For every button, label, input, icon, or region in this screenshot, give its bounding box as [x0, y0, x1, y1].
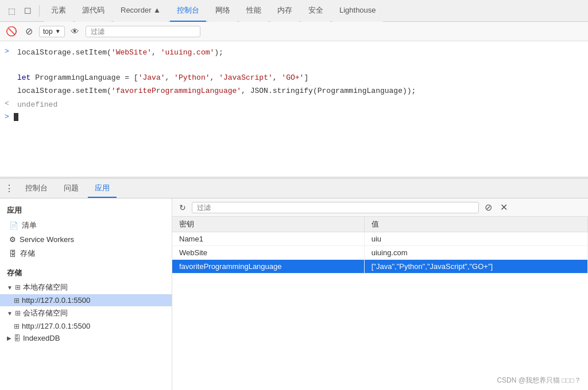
- block-storage-icon[interactable]: ⊘: [482, 201, 494, 214]
- tab-memory[interactable]: 内存: [270, 0, 299, 22]
- console-undefined: undefined: [17, 99, 583, 111]
- serviceworkers-label: Service Workers: [20, 235, 74, 244]
- tab-lighthouse[interactable]: Lighthouse: [332, 0, 383, 22]
- tab-sources[interactable]: 源代码: [75, 0, 111, 22]
- table-cell-value: uiuing.com: [364, 246, 587, 260]
- close-storage-icon[interactable]: ✕: [498, 201, 510, 214]
- indexed-db-label: IndexedDB: [23, 334, 60, 342]
- tab-issues[interactable]: 问题: [57, 180, 86, 198]
- serviceworkers-icon: ⚙: [9, 235, 16, 244]
- tab-performance[interactable]: 性能: [239, 0, 268, 22]
- cursor-icon[interactable]: ⬚: [5, 4, 18, 18]
- console-code-1: localStorage.setItem('WebSite', 'uiuing.…: [17, 47, 583, 58]
- table-cell-value: uiu: [364, 232, 587, 246]
- table-row[interactable]: WebSiteuiuing.com: [172, 246, 588, 260]
- bottom-content: 应用 📄 清单 ⚙ Service Workers 🗄 存储 存储 ▼ ⊞ 本地…: [0, 198, 588, 390]
- block-icon[interactable]: ⊘: [22, 25, 36, 38]
- right-panel: ↻ ⊘ ✕ 密钥 值 Name1uiuWebSiteuiuing.comfavo…: [172, 198, 588, 390]
- sidebar-item-serviceworkers[interactable]: ⚙ Service Workers: [0, 233, 172, 246]
- cursor-blink: [14, 113, 18, 121]
- table-cell-key: WebSite: [172, 246, 364, 260]
- sidebar-item-manifest[interactable]: 📄 清单: [0, 218, 172, 233]
- local-storage-icon: ⊞: [15, 283, 21, 291]
- session-storage-child-label-1: http://127.0.0.1:5500: [22, 322, 90, 330]
- right-filter-input[interactable]: [192, 202, 479, 213]
- table-cell-value: ["Java","Python","JavaScript","GO+"]: [364, 260, 587, 274]
- bottom-tabs: ⋮ 控制台 问题 应用: [0, 179, 588, 198]
- manifest-icon: 📄: [9, 221, 18, 230]
- console-line-3: > localStorage.setItem('favoriteProgramm…: [0, 84, 588, 98]
- session-storage-child-1[interactable]: ⊞ http://127.0.0.1:5500: [0, 320, 172, 332]
- tab-security[interactable]: 安全: [301, 0, 330, 22]
- local-storage-child-icon-1: ⊞: [14, 297, 20, 305]
- tab-network[interactable]: 网络: [208, 0, 237, 22]
- console-line-2: > let ProgrammingLanguage = ['Java', 'Py…: [0, 71, 588, 85]
- sidebar-section-storage: 存储: [0, 266, 172, 280]
- secondary-toolbar: 🚫 ⊘ top ▼ 👁: [0, 22, 588, 41]
- tab-elements[interactable]: 元素: [44, 0, 73, 22]
- prompt-right-1: >: [5, 47, 13, 56]
- prompt-empty-2: >: [5, 72, 13, 81]
- console-line-empty: [0, 60, 588, 71]
- console-code-3: localStorage.setItem('favoriteProgrammin…: [17, 85, 583, 97]
- cursor-prompt-icon: >: [5, 112, 9, 121]
- col-value: 值: [364, 217, 587, 232]
- manifest-label: 清单: [22, 220, 37, 231]
- session-storage-label: 会话存储空间: [23, 308, 68, 318]
- toolbar-separator: [39, 5, 40, 17]
- console-cursor-line[interactable]: >: [0, 111, 588, 122]
- filter-input[interactable]: [86, 26, 200, 37]
- chevron-down-icon: ▼: [55, 28, 61, 34]
- console-line-1: > localStorage.setItem('WebSite', 'uiuin…: [0, 46, 588, 60]
- storage-app-icon: 🗄: [9, 249, 17, 258]
- eye-icon[interactable]: 👁: [68, 25, 82, 38]
- arrow-right-icon: ▼: [7, 310, 13, 317]
- arrow-down-icon: ▼: [7, 284, 13, 291]
- col-key: 密钥: [172, 217, 364, 232]
- console-area: > localStorage.setItem('WebSite', 'uiuin…: [0, 41, 588, 179]
- sidebar: 应用 📄 清单 ⚙ Service Workers 🗄 存储 存储 ▼ ⊞ 本地…: [0, 198, 172, 390]
- table-cell-key: Name1: [172, 232, 364, 246]
- local-storage-root[interactable]: ▼ ⊞ 本地存储空间: [0, 280, 172, 294]
- local-storage-child-label-1: http://127.0.0.1:5500: [22, 296, 90, 305]
- local-storage-label: 本地存储空间: [23, 282, 68, 292]
- device-icon[interactable]: ☐: [21, 4, 34, 18]
- table-cell-key: favoriteProgrammingLanguage: [172, 260, 364, 274]
- table-row[interactable]: Name1uiu: [172, 232, 588, 246]
- refresh-btn[interactable]: ↻: [177, 202, 188, 213]
- dots-icon: ⋮: [5, 183, 14, 194]
- prompt-empty-3: >: [5, 85, 13, 94]
- right-toolbar: ↻ ⊘ ✕: [172, 198, 588, 217]
- table-row[interactable]: favoriteProgrammingLanguage["Java","Pyth…: [172, 260, 588, 274]
- sidebar-section-app: 应用: [0, 203, 172, 218]
- tab-console[interactable]: 控制台: [170, 0, 206, 22]
- bottom-panel: ⋮ 控制台 问题 应用 应用 📄 清单 ⚙ Service Workers 🗄 …: [0, 179, 588, 390]
- storage-table-wrapper: 密钥 值 Name1uiuWebSiteuiuing.comfavoritePr…: [172, 217, 588, 390]
- local-storage-child-1[interactable]: ⊞ http://127.0.0.1:5500: [0, 294, 172, 306]
- session-storage-child-icon-1: ⊞: [14, 322, 20, 330]
- top-toolbar: ⬚ ☐ 元素 源代码 Recorder ▲ 控制台 网络 性能 内存 安全 Li…: [0, 0, 588, 22]
- context-label: top: [43, 28, 53, 36]
- indexed-db-arrow-icon: ▶: [7, 335, 11, 341]
- console-code-2: let ProgrammingLanguage = ['Java', 'Pyth…: [17, 72, 583, 84]
- watermark: CSDN @我想养只猫 □□□？: [497, 376, 581, 385]
- tab-console-bottom[interactable]: 控制台: [18, 180, 55, 198]
- session-storage-root[interactable]: ▼ ⊞ 会话存储空间: [0, 306, 172, 320]
- session-storage-icon: ⊞: [15, 309, 21, 317]
- tab-application[interactable]: 应用: [88, 180, 117, 198]
- indexed-db-icon: 🗄: [14, 334, 21, 342]
- tab-recorder[interactable]: Recorder ▲: [114, 0, 168, 22]
- context-selector[interactable]: top ▼: [39, 26, 65, 37]
- storage-table: 密钥 值 Name1uiuWebSiteuiuing.comfavoritePr…: [172, 217, 588, 274]
- indexed-db-root[interactable]: ▶ 🗄 IndexedDB: [0, 332, 172, 344]
- sidebar-item-storage-app[interactable]: 🗄 存储: [0, 246, 172, 261]
- prompt-left-1: <: [5, 99, 13, 108]
- console-line-undefined: < undefined: [0, 98, 588, 112]
- storage-app-label: 存储: [20, 248, 35, 259]
- clear-console-btn[interactable]: 🚫: [5, 25, 18, 38]
- storage-section: 存储 ▼ ⊞ 本地存储空间 ⊞ http://127.0.0.1:5500 ▼ …: [0, 266, 172, 344]
